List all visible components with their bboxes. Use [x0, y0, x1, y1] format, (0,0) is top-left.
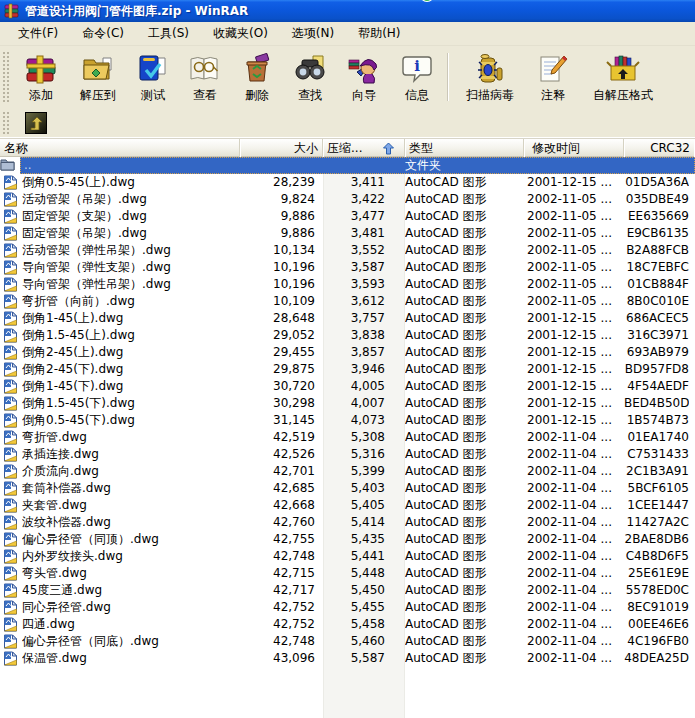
- up-one-level-button[interactable]: [25, 112, 47, 134]
- file-row[interactable]: 倒角2-45(下).dwg 29,875 3,946 AutoCAD 图形 20…: [0, 361, 695, 378]
- file-type: AutoCAD 图形: [405, 310, 522, 327]
- file-row[interactable]: 固定管架（支架）.dwg 9,886 3,477 AutoCAD 图形 2002…: [0, 208, 695, 225]
- column-header-type[interactable]: 类型: [405, 139, 524, 157]
- file-name: 导向管架（弹性吊架）.dwg: [22, 276, 238, 293]
- file-modified: 2002-11-04 ...: [527, 514, 622, 531]
- dwg-file-icon: [3, 362, 18, 377]
- file-row[interactable]: 弯折管（向前）.dwg 10,109 3,612 AutoCAD 图形 2002…: [0, 293, 695, 310]
- file-crc32: BED4B50D: [624, 395, 689, 412]
- file-row[interactable]: 活动管架（吊架）.dwg 9,824 3,422 AutoCAD 图形 2002…: [0, 191, 695, 208]
- column-header-modified[interactable]: 修改时间: [524, 139, 624, 157]
- file-row[interactable]: 倒角2-45(上).dwg 29,455 3,857 AutoCAD 图形 20…: [0, 344, 695, 361]
- menu-favorites[interactable]: 收藏夹(O): [201, 22, 280, 45]
- file-crc32: 00EE46E6: [624, 616, 689, 633]
- file-crc32: B2A88FCB: [624, 242, 689, 259]
- file-row[interactable]: 弯折管.dwg 42,519 5,308 AutoCAD 图形 2002-11-…: [0, 429, 695, 446]
- file-row[interactable]: 四通.dwg 42,752 5,458 AutoCAD 图形 2002-11-0…: [0, 616, 695, 633]
- file-type: AutoCAD 图形: [405, 276, 522, 293]
- find-button[interactable]: 查找: [283, 49, 337, 105]
- file-row[interactable]: 介质流向.dwg 42,701 5,399 AutoCAD 图形 2002-11…: [0, 463, 695, 480]
- view-button[interactable]: 查看: [179, 49, 231, 105]
- extract-to-button[interactable]: 解压到: [69, 49, 127, 105]
- file-row[interactable]: 倒角1-45(下).dwg 30,720 4,005 AutoCAD 图形 20…: [0, 378, 695, 395]
- comment-button[interactable]: 注释: [527, 49, 579, 105]
- file-row[interactable]: 倒角1.5-45(下).dwg 30,298 4,007 AutoCAD 图形 …: [0, 395, 695, 412]
- file-modified: 2002-11-05 ...: [527, 259, 622, 276]
- extract-to-button-label: 解压到: [80, 87, 116, 104]
- file-size: 28,648: [240, 310, 315, 327]
- add-button[interactable]: 添加: [13, 49, 69, 105]
- file-modified: 2002-11-05 ...: [527, 191, 622, 208]
- file-name: 同心异径管.dwg: [22, 599, 238, 616]
- file-row[interactable]: 偏心异径管（同底）.dwg 42,748 5,460 AutoCAD 图形 20…: [0, 633, 695, 650]
- file-size: 42,668: [240, 497, 315, 514]
- menu-file[interactable]: 文件(F): [6, 22, 70, 45]
- file-row[interactable]: 弯头管.dwg 42,715 5,448 AutoCAD 图形 2002-11-…: [0, 565, 695, 582]
- menu-options[interactable]: 选项(N): [280, 22, 346, 45]
- file-size: 42,755: [240, 531, 315, 548]
- file-packed-size: 4,005: [323, 378, 385, 395]
- file-crc32: 1CEE1447: [624, 497, 689, 514]
- file-size: 42,760: [240, 514, 315, 531]
- file-row[interactable]: 内外罗纹接头.dwg 42,748 5,441 AutoCAD 图形 2002-…: [0, 548, 695, 565]
- delete-button[interactable]: 删除: [231, 49, 283, 105]
- file-crc32: 1B574B73: [624, 412, 689, 429]
- file-packed-size: 5,441: [323, 548, 385, 565]
- info-button[interactable]: i 信息: [391, 49, 443, 105]
- file-crc32: 11427A2C: [624, 514, 689, 531]
- file-row[interactable]: 45度三通.dwg 42,717 5,450 AutoCAD 图形 2002-1…: [0, 582, 695, 599]
- file-packed-size: 5,308: [323, 429, 385, 446]
- dwg-file-icon: [3, 532, 18, 547]
- scan-virus-button[interactable]: 扫描病毒: [453, 49, 527, 105]
- parent-folder-row[interactable]: .. 文件夹: [0, 157, 695, 174]
- column-header-crc32[interactable]: CRC32: [624, 139, 694, 157]
- file-row[interactable]: 倒角0.5-45(下).dwg 31,145 4,073 AutoCAD 图形 …: [0, 412, 695, 429]
- file-row[interactable]: 活动管架（弹性吊架）.dwg 10,134 3,552 AutoCAD 图形 2…: [0, 242, 695, 259]
- file-row[interactable]: 倒角1.5-45(上).dwg 29,052 3,838 AutoCAD 图形 …: [0, 327, 695, 344]
- file-row[interactable]: 偏心异径管（同顶）.dwg 42,755 5,435 AutoCAD 图形 20…: [0, 531, 695, 548]
- column-header-size[interactable]: 大小: [240, 139, 323, 157]
- file-row[interactable]: 承插连接.dwg 42,526 5,316 AutoCAD 图形 2002-11…: [0, 446, 695, 463]
- file-row[interactable]: 固定管架（吊架）.dwg 9,886 3,481 AutoCAD 图形 2002…: [0, 225, 695, 242]
- wizard-button[interactable]: 向导: [337, 49, 391, 105]
- file-row[interactable]: 同心异径管.dwg 42,752 5,455 AutoCAD 图形 2002-1…: [0, 599, 695, 616]
- file-row[interactable]: 倒角1-45(上).dwg 28,648 3,757 AutoCAD 图形 20…: [0, 310, 695, 327]
- file-modified: 2002-11-04 ...: [527, 633, 622, 650]
- file-modified: 2002-11-05 ...: [527, 242, 622, 259]
- info-bubble-icon: i: [400, 52, 434, 86]
- file-size: 30,720: [240, 378, 315, 395]
- address-bar-grip[interactable]: [2, 111, 10, 135]
- dwg-file-icon: [3, 328, 18, 343]
- file-row[interactable]: 倒角0.5-45(上).dwg 28,239 3,411 AutoCAD 图形 …: [0, 174, 695, 191]
- menu-commands[interactable]: 命令(C): [70, 22, 136, 45]
- test-button[interactable]: 测试: [127, 49, 179, 105]
- add-archive-icon: [24, 52, 58, 86]
- file-size: 9,824: [240, 191, 315, 208]
- file-packed-size: 5,587: [323, 650, 385, 667]
- menu-help[interactable]: 帮助(H): [346, 22, 412, 45]
- toolbar: 添加 解压到 测试: [0, 46, 695, 108]
- file-packed-size: 3,411: [323, 174, 385, 191]
- file-row[interactable]: 保温管.dwg 43,096 5,587 AutoCAD 图形 2002-11-…: [0, 650, 695, 667]
- file-modified: 2002-11-04 ...: [527, 599, 622, 616]
- virus-scan-icon: [473, 52, 507, 86]
- file-size: 10,196: [240, 259, 315, 276]
- file-crc32: 8EC91019: [624, 599, 689, 616]
- file-type: AutoCAD 图形: [405, 412, 522, 429]
- file-row[interactable]: 夹套管.dwg 42,668 5,405 AutoCAD 图形 2002-11-…: [0, 497, 695, 514]
- file-name: 倒角0.5-45(下).dwg: [22, 412, 238, 429]
- file-row[interactable]: 导向管架（弹性吊架）.dwg 10,196 3,593 AutoCAD 图形 2…: [0, 276, 695, 293]
- column-header-name[interactable]: 名称: [0, 139, 240, 157]
- file-row[interactable]: 波纹补偿器.dwg 42,760 5,414 AutoCAD 图形 2002-1…: [0, 514, 695, 531]
- menu-tools[interactable]: 工具(S): [136, 22, 201, 45]
- file-modified: 2002-11-04 ...: [527, 531, 622, 548]
- toolbar-grip[interactable]: [2, 51, 10, 103]
- file-modified: 2002-11-04 ...: [527, 429, 622, 446]
- file-packed-size: 5,455: [323, 599, 385, 616]
- file-row[interactable]: 套筒补偿器.dwg 42,685 5,403 AutoCAD 图形 2002-1…: [0, 480, 695, 497]
- file-row[interactable]: 导向管架（弹性支架）.dwg 10,196 3,587 AutoCAD 图形 2…: [0, 259, 695, 276]
- file-packed-size: 5,450: [323, 582, 385, 599]
- sfx-button[interactable]: 自解压格式: [579, 49, 667, 105]
- file-size: 9,886: [240, 225, 315, 242]
- file-packed-size: 5,435: [323, 531, 385, 548]
